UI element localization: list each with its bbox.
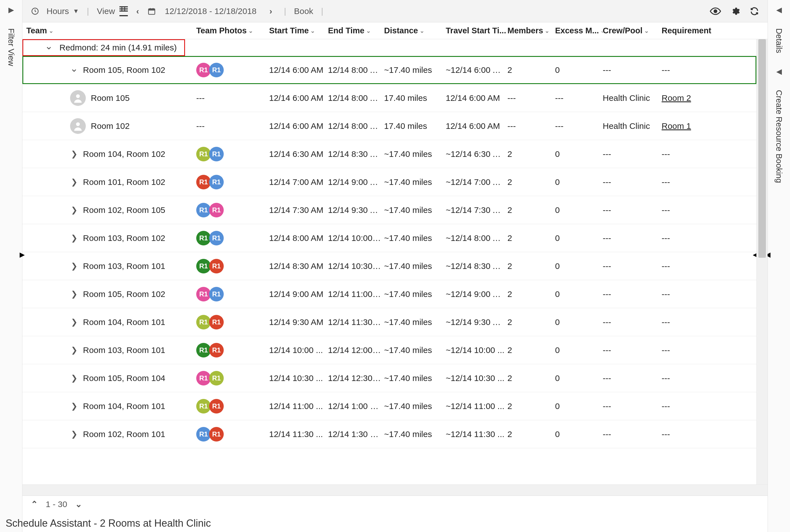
team-label: Room 102, Room 105: [83, 205, 165, 215]
chevron-down-icon: ⌄: [310, 27, 315, 34]
chevron-right-icon[interactable]: [70, 345, 78, 355]
team-cell[interactable]: Room 102, Room 101: [22, 430, 196, 439]
chevron-right-icon[interactable]: [70, 289, 78, 299]
page-title: Schedule Assistant - 2 Rooms at Health C…: [6, 517, 211, 529]
details-label[interactable]: Details: [774, 28, 784, 53]
eye-icon[interactable]: [710, 7, 721, 15]
col-crew[interactable]: Crew/Pool⌄: [603, 26, 662, 35]
expand-left-icon-2[interactable]: ◀: [776, 67, 782, 76]
gear-icon[interactable]: [731, 6, 740, 16]
team-cell[interactable]: Room 105, Room 104: [22, 374, 196, 383]
team-photo-badge: R1: [196, 63, 211, 77]
chevron-right-icon[interactable]: [70, 233, 78, 243]
vertical-scrollbar[interactable]: [756, 39, 768, 484]
chevron-down-icon[interactable]: [45, 42, 53, 53]
chevron-right-icon[interactable]: [70, 177, 78, 187]
team-cell[interactable]: Room 103, Room 101: [22, 345, 196, 355]
end-time-cell: 12/14 8:00 AM: [328, 93, 384, 103]
photos-cell: R1R1: [196, 399, 269, 414]
book-button[interactable]: Book: [294, 6, 313, 16]
chevron-right-icon[interactable]: [70, 374, 78, 383]
chevron-right-icon[interactable]: [70, 149, 78, 158]
col-req[interactable]: Requirement⌄: [662, 26, 712, 35]
end-time-cell: 12/14 8:00 AM: [328, 121, 384, 131]
toolbar: Hours ▼ | View ‹ 12/12/2018 - 12/18/2018…: [22, 0, 768, 22]
grid-view-icon[interactable]: [120, 6, 128, 16]
calendar-icon[interactable]: [147, 7, 156, 15]
photos-cell: R1R1: [196, 175, 269, 189]
chevron-right-icon[interactable]: [70, 401, 78, 411]
left-rail[interactable]: ▶ Filter View: [0, 0, 22, 532]
group-row-redmond[interactable]: Redmond: 24 min (14.91 miles): [22, 39, 756, 56]
table-row[interactable]: Room 105---12/14 6:00 AM12/14 8:00 AM17.…: [22, 84, 756, 112]
distance-cell: ~17.40 miles: [384, 205, 446, 215]
requirement-cell[interactable]: Room 2: [662, 93, 712, 103]
team-cell[interactable]: Room 105, Room 102: [22, 64, 196, 76]
photos-cell: R1R1: [196, 427, 269, 441]
table-row[interactable]: Room 104, Room 101R1R112/14 9:30 AM12/14…: [22, 308, 756, 336]
right-rail[interactable]: ◀ Details ◀ Create Resource Booking: [768, 0, 790, 532]
expand-right-icon[interactable]: ▶: [8, 6, 14, 14]
requirement-cell: ---: [662, 261, 712, 271]
svg-point-10: [714, 10, 717, 13]
table-row[interactable]: Room 102---12/14 6:00 AM12/14 8:00 AM17.…: [22, 112, 756, 140]
filter-view-label[interactable]: Filter View: [6, 28, 16, 66]
team-cell[interactable]: Room 105: [22, 90, 196, 106]
table-row[interactable]: Room 103, Room 101R1R112/14 10:00 ...12/…: [22, 336, 756, 364]
scrollbar-thumb[interactable]: [758, 39, 766, 258]
table-row[interactable]: Room 104, Room 102R1R112/14 6:30 AM12/14…: [22, 140, 756, 168]
travel-start-cell: ~12/14 7:30 AM: [446, 205, 508, 215]
col-end[interactable]: End Time⌄: [328, 26, 384, 35]
table-row[interactable]: Room 103, Room 102R1R112/14 8:00 AM12/14…: [22, 224, 756, 252]
col-start[interactable]: Start Time⌄: [269, 26, 328, 35]
col-team[interactable]: Team⌄: [22, 26, 196, 35]
requirement-cell[interactable]: Room 1: [662, 121, 712, 131]
chevron-right-icon[interactable]: [70, 205, 78, 214]
team-cell[interactable]: Room 102, Room 105: [22, 205, 196, 215]
team-label: Room 102: [91, 121, 130, 131]
requirement-link[interactable]: Room 2: [662, 93, 691, 102]
team-cell[interactable]: Room 103, Room 102: [22, 233, 196, 243]
table-row[interactable]: Room 105, Room 102R1R112/14 6:00 AM12/14…: [22, 56, 756, 84]
col-members[interactable]: Members⌄: [508, 26, 555, 35]
table-row[interactable]: Room 103, Room 101R1R112/14 8:30 AM12/14…: [22, 252, 756, 280]
team-cell[interactable]: Room 104, Room 101: [22, 401, 196, 411]
refresh-icon[interactable]: [750, 6, 759, 16]
team-cell[interactable]: Room 101, Room 102: [22, 177, 196, 187]
team-photo-badge: R1: [196, 147, 211, 162]
team-cell[interactable]: Room 104, Room 102: [22, 149, 196, 159]
chevron-down-icon: ⌄: [601, 27, 603, 34]
table-row[interactable]: Room 105, Room 102R1R112/14 9:00 AM12/14…: [22, 280, 756, 308]
view-label[interactable]: View: [97, 6, 115, 16]
excess-cell: 0: [555, 205, 603, 215]
chevron-right-icon[interactable]: [70, 430, 78, 439]
chevron-right-icon[interactable]: [70, 318, 78, 327]
hours-dropdown[interactable]: Hours ▼: [31, 6, 79, 16]
requirement-link[interactable]: Room 1: [662, 121, 691, 131]
expand-left-icon[interactable]: ◀: [776, 6, 782, 14]
pager-prev-button[interactable]: ⌃: [31, 499, 38, 509]
prev-range-button[interactable]: ‹: [132, 6, 143, 16]
team-label: Room 103, Room 101: [83, 261, 165, 271]
col-photos[interactable]: Team Photos⌄: [196, 26, 269, 35]
next-range-button[interactable]: ›: [265, 6, 276, 16]
team-cell[interactable]: Room 103, Room 101: [22, 261, 196, 271]
col-excess[interactable]: Excess M...⌄: [555, 26, 603, 35]
table-row[interactable]: Room 102, Room 105R1R112/14 7:30 AM12/14…: [22, 196, 756, 224]
horizontal-scrollbar[interactable]: [22, 484, 768, 496]
table-row[interactable]: Room 102, Room 101R1R112/14 11:30 ...12/…: [22, 420, 756, 448]
pager-next-button[interactable]: ⌄: [75, 499, 82, 509]
team-cell[interactable]: Room 104, Room 101: [22, 318, 196, 327]
crew-cell: ---: [603, 205, 662, 215]
chevron-right-icon[interactable]: [70, 261, 78, 271]
team-cell[interactable]: Room 102: [22, 118, 196, 134]
members-cell: 2: [508, 374, 555, 383]
table-row[interactable]: Room 101, Room 102R1R112/14 7:00 AM12/14…: [22, 168, 756, 196]
col-distance[interactable]: Distance⌄: [384, 26, 446, 35]
chevron-down-icon[interactable]: [70, 64, 78, 76]
team-cell[interactable]: Room 105, Room 102: [22, 289, 196, 299]
table-row[interactable]: Room 104, Room 101R1R112/14 11:00 ...12/…: [22, 392, 756, 420]
col-travel[interactable]: Travel Start Ti...⌄: [446, 26, 508, 35]
table-row[interactable]: Room 105, Room 104R1R112/14 10:30 ...12/…: [22, 364, 756, 392]
create-booking-label[interactable]: Create Resource Booking: [774, 90, 784, 183]
